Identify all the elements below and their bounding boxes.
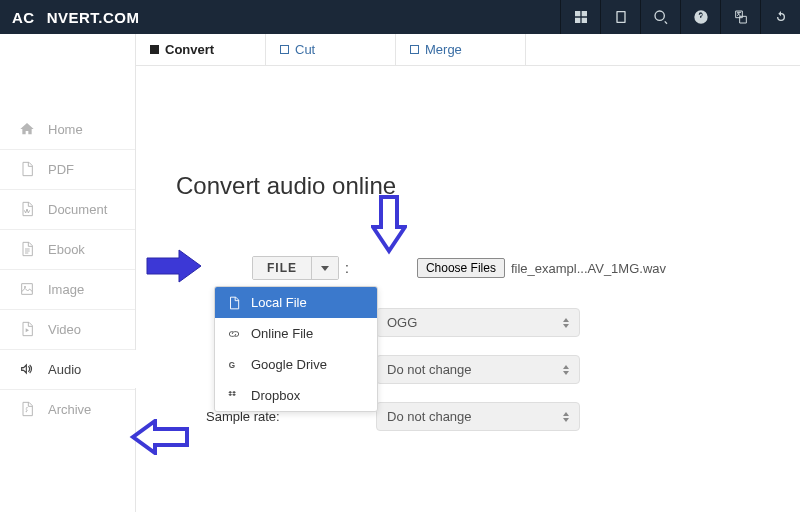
sidebar-item-label: Archive [48,402,91,417]
colon: : [345,260,349,276]
square-filled-icon [150,45,159,54]
tab-label: Cut [295,42,315,57]
sidebar-item-video[interactable]: Video [0,309,135,349]
sidebar-item-label: Video [48,322,81,337]
brand-text-post: NVERT.COM [47,9,140,26]
sidebar-item-label: Document [48,202,107,217]
sidebar: Home PDF Document Ebook Image Video Audi… [0,34,136,512]
choose-files-button[interactable]: Choose Files [417,258,505,278]
top-toolbar [560,0,800,34]
archive-icon [18,400,36,418]
tab-convert[interactable]: Convert [136,34,266,65]
sample-rate-select[interactable]: Do not change [376,402,580,431]
sidebar-item-document[interactable]: Document [0,189,135,229]
sidebar-item-pdf[interactable]: PDF [0,149,135,189]
menu-label: Google Drive [251,357,327,372]
tab-merge[interactable]: Merge [396,34,526,65]
file-button[interactable]: FILE [253,257,312,279]
file-icon [227,296,241,310]
brand-logo[interactable]: AC NVERT.COM [12,9,140,26]
audio-icon [18,360,36,378]
search-icon[interactable] [640,0,680,34]
document-icon [18,200,36,218]
menu-label: Dropbox [251,388,300,403]
pdf-icon [18,160,36,178]
annotation-arrow-right [144,248,206,284]
tab-cut[interactable]: Cut [266,34,396,65]
select-caret-icon [563,365,569,375]
tablet-icon[interactable] [600,0,640,34]
menu-local-file[interactable]: Local File [215,287,377,318]
ebook-icon [18,240,36,258]
language-icon[interactable] [720,0,760,34]
grid-icon[interactable] [560,0,600,34]
menu-label: Local File [251,295,307,310]
square-icon [280,45,289,54]
target-format-select[interactable]: OGG [376,308,580,337]
selected-filename: file_exampl...AV_1MG.wav [511,261,666,276]
sidebar-item-label: Audio [48,362,81,377]
menu-label: Online File [251,326,313,341]
caret-down-icon [321,266,329,271]
help-icon[interactable] [680,0,720,34]
sidebar-item-ebook[interactable]: Ebook [0,229,135,269]
sidebar-item-label: PDF [48,162,74,177]
select-value: Do not change [387,362,472,377]
dropbox-icon [227,389,241,403]
tabs: Convert Cut Merge [136,34,800,66]
file-source-button-group: FILE [252,256,339,280]
svg-point-0 [24,286,26,288]
menu-dropbox[interactable]: Dropbox [215,380,377,411]
brand-text-pre: AC [12,9,35,26]
select-value: OGG [387,315,417,330]
bitrate-select[interactable]: Do not change [376,355,580,384]
file-dropdown-toggle[interactable] [312,257,338,279]
main-panel: Convert Cut Merge Convert audio online F… [136,34,800,512]
tab-label: Merge [425,42,462,57]
annotation-arrow-down [371,194,407,256]
sidebar-item-label: Image [48,282,84,297]
select-caret-icon [563,412,569,422]
svg-text:G: G [229,360,235,369]
link-icon [227,327,241,341]
image-icon [18,280,36,298]
annotation-arrow-left [128,419,190,455]
sidebar-item-label: Home [48,122,83,137]
google-drive-icon: G [227,358,241,372]
tab-label: Convert [165,42,214,57]
top-bar: AC NVERT.COM [0,0,800,34]
select-value: Do not change [387,409,472,424]
menu-online-file[interactable]: Online File [215,318,377,349]
menu-google-drive[interactable]: G Google Drive [215,349,377,380]
video-icon [18,320,36,338]
square-icon [410,45,419,54]
sidebar-item-archive[interactable]: Archive [0,389,135,429]
sidebar-item-home[interactable]: Home [0,110,135,149]
sidebar-item-label: Ebook [48,242,85,257]
sidebar-item-audio[interactable]: Audio [0,349,135,389]
file-source-menu: Local File Online File G Google Drive Dr… [214,286,378,412]
refresh-button[interactable] [760,0,800,34]
page-title: Convert audio online [176,172,800,200]
select-caret-icon [563,318,569,328]
sidebar-item-image[interactable]: Image [0,269,135,309]
home-icon [18,120,36,138]
